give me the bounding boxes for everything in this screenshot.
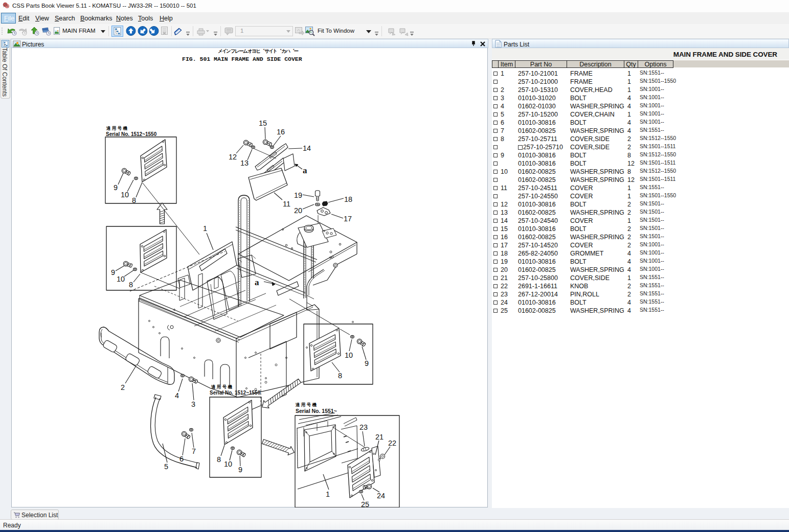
svg-text:1: 1	[240, 28, 243, 34]
svg-text:20: 20	[294, 206, 302, 215]
svg-text:10: 10	[345, 351, 353, 359]
svg-text:3: 3	[191, 400, 195, 408]
svg-text:15: 15	[259, 119, 267, 127]
svg-text:10: 10	[117, 275, 125, 283]
svg-text:8: 8	[217, 455, 221, 464]
svg-text:4: 4	[175, 391, 179, 400]
svg-text:1: 1	[326, 490, 330, 498]
svg-text:24: 24	[377, 492, 385, 500]
svg-text:7: 7	[192, 447, 196, 455]
svg-text:5: 5	[164, 462, 168, 471]
svg-text:Fit To Window: Fit To Window	[318, 28, 355, 34]
svg-text:12: 12	[229, 153, 237, 161]
svg-text:14: 14	[303, 144, 311, 152]
svg-text:適 用 号 機: 適 用 号 機	[211, 384, 233, 389]
svg-text:11: 11	[283, 200, 290, 208]
svg-text:2: 2	[121, 383, 125, 391]
svg-text:23: 23	[359, 423, 368, 431]
svg-text:9: 9	[111, 268, 115, 276]
svg-text:a: a	[255, 277, 259, 287]
svg-text:Serial No. 1512~1550: Serial No. 1512~1550	[210, 390, 261, 396]
svg-text:10: 10	[121, 191, 129, 199]
svg-text:適 用 号 機: 適 用 号 機	[106, 126, 128, 131]
svg-text:8: 8	[129, 281, 133, 289]
svg-text:18: 18	[344, 195, 352, 203]
svg-text:17: 17	[344, 215, 352, 223]
svg-text:Serial No. 1551~: Serial No. 1551~	[296, 408, 337, 414]
svg-text:19: 19	[294, 191, 302, 199]
svg-text:FIG. 501 MAIN FRAME AND SIDE: FIG. 501 MAIN FRAME AND SIDE COVER	[182, 56, 302, 62]
svg-text:6: 6	[179, 455, 184, 463]
svg-text:Serial No. 1512~1550: Serial No. 1512~1550	[106, 131, 157, 137]
svg-text:8: 8	[132, 196, 136, 204]
svg-text:9: 9	[114, 183, 118, 192]
svg-text:22: 22	[388, 439, 396, 447]
svg-text:メイン フレーム オヨヒ゛ サイト゛ カハ゛ー: メイン フレーム オヨヒ゛ サイト゛ カハ゛ー	[218, 48, 299, 54]
svg-text:適 用 号 機: 適 用 号 機	[295, 402, 317, 407]
svg-text:21: 21	[375, 433, 384, 441]
svg-text:8: 8	[338, 372, 342, 380]
svg-text:9: 9	[365, 359, 369, 367]
svg-text:25: 25	[361, 500, 369, 507]
svg-text:10: 10	[224, 460, 232, 468]
svg-text:13: 13	[240, 159, 249, 167]
svg-text:1: 1	[203, 224, 207, 233]
svg-text:a: a	[303, 166, 307, 175]
svg-text:MAIN FRAM: MAIN FRAM	[62, 28, 96, 34]
svg-text:9: 9	[238, 466, 242, 474]
svg-text:16: 16	[277, 128, 285, 136]
